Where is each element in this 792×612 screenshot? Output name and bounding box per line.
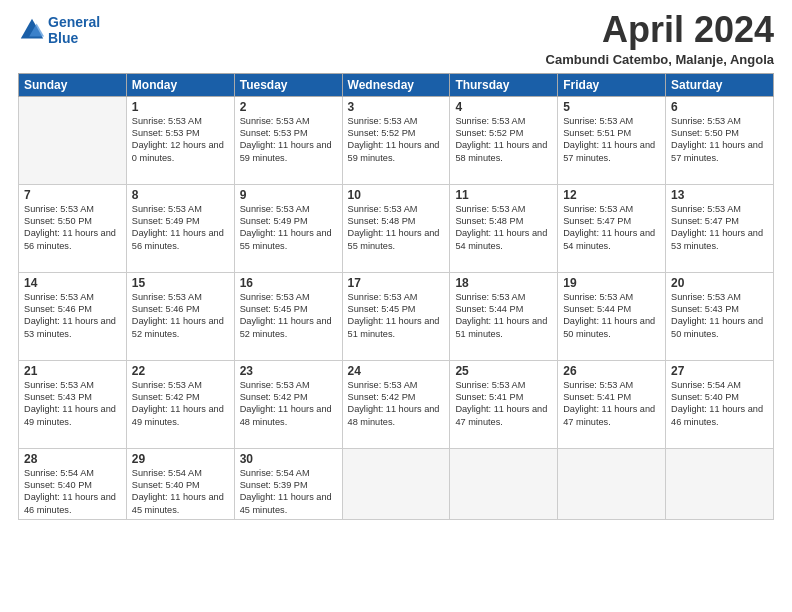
day-number: 24: [348, 364, 445, 378]
day-info: Sunrise: 5:53 AM Sunset: 5:43 PM Dayligh…: [671, 291, 768, 341]
day-info: Sunrise: 5:54 AM Sunset: 5:40 PM Dayligh…: [671, 379, 768, 429]
day-info: Sunrise: 5:53 AM Sunset: 5:52 PM Dayligh…: [455, 115, 552, 165]
day-number: 29: [132, 452, 229, 466]
col-wednesday: Wednesday: [342, 73, 450, 96]
table-row: 3Sunrise: 5:53 AM Sunset: 5:52 PM Daylig…: [342, 96, 450, 184]
col-sunday: Sunday: [19, 73, 127, 96]
day-info: Sunrise: 5:53 AM Sunset: 5:49 PM Dayligh…: [132, 203, 229, 253]
day-info: Sunrise: 5:54 AM Sunset: 5:39 PM Dayligh…: [240, 467, 337, 517]
month-title: April 2024: [546, 10, 774, 50]
day-info: Sunrise: 5:53 AM Sunset: 5:48 PM Dayligh…: [348, 203, 445, 253]
table-row: 8Sunrise: 5:53 AM Sunset: 5:49 PM Daylig…: [126, 184, 234, 272]
col-tuesday: Tuesday: [234, 73, 342, 96]
day-info: Sunrise: 5:53 AM Sunset: 5:41 PM Dayligh…: [563, 379, 660, 429]
day-number: 9: [240, 188, 337, 202]
day-number: 10: [348, 188, 445, 202]
day-info: Sunrise: 5:54 AM Sunset: 5:40 PM Dayligh…: [132, 467, 229, 517]
day-info: Sunrise: 5:53 AM Sunset: 5:42 PM Dayligh…: [132, 379, 229, 429]
table-row: [666, 448, 774, 520]
day-number: 5: [563, 100, 660, 114]
calendar-body: 1Sunrise: 5:53 AM Sunset: 5:53 PM Daylig…: [19, 96, 774, 520]
day-info: Sunrise: 5:54 AM Sunset: 5:40 PM Dayligh…: [24, 467, 121, 517]
table-row: 5Sunrise: 5:53 AM Sunset: 5:51 PM Daylig…: [558, 96, 666, 184]
day-number: 2: [240, 100, 337, 114]
day-number: 21: [24, 364, 121, 378]
logo-icon: [18, 16, 46, 44]
table-row: 7Sunrise: 5:53 AM Sunset: 5:50 PM Daylig…: [19, 184, 127, 272]
title-block: April 2024 Cambundi Catembo, Malanje, An…: [546, 10, 774, 67]
calendar-header: Sunday Monday Tuesday Wednesday Thursday…: [19, 73, 774, 96]
day-number: 4: [455, 100, 552, 114]
day-number: 8: [132, 188, 229, 202]
table-row: [19, 96, 127, 184]
day-info: Sunrise: 5:53 AM Sunset: 5:42 PM Dayligh…: [240, 379, 337, 429]
col-saturday: Saturday: [666, 73, 774, 96]
day-info: Sunrise: 5:53 AM Sunset: 5:51 PM Dayligh…: [563, 115, 660, 165]
logo-text: General Blue: [48, 14, 100, 46]
day-number: 25: [455, 364, 552, 378]
col-thursday: Thursday: [450, 73, 558, 96]
table-row: 23Sunrise: 5:53 AM Sunset: 5:42 PM Dayli…: [234, 360, 342, 448]
table-row: 21Sunrise: 5:53 AM Sunset: 5:43 PM Dayli…: [19, 360, 127, 448]
day-info: Sunrise: 5:53 AM Sunset: 5:43 PM Dayligh…: [24, 379, 121, 429]
table-row: 15Sunrise: 5:53 AM Sunset: 5:46 PM Dayli…: [126, 272, 234, 360]
day-number: 20: [671, 276, 768, 290]
day-info: Sunrise: 5:53 AM Sunset: 5:46 PM Dayligh…: [132, 291, 229, 341]
table-row: [450, 448, 558, 520]
day-number: 16: [240, 276, 337, 290]
day-info: Sunrise: 5:53 AM Sunset: 5:41 PM Dayligh…: [455, 379, 552, 429]
day-number: 23: [240, 364, 337, 378]
table-row: 9Sunrise: 5:53 AM Sunset: 5:49 PM Daylig…: [234, 184, 342, 272]
day-info: Sunrise: 5:53 AM Sunset: 5:44 PM Dayligh…: [563, 291, 660, 341]
table-row: [342, 448, 450, 520]
table-row: 22Sunrise: 5:53 AM Sunset: 5:42 PM Dayli…: [126, 360, 234, 448]
table-row: 13Sunrise: 5:53 AM Sunset: 5:47 PM Dayli…: [666, 184, 774, 272]
day-info: Sunrise: 5:53 AM Sunset: 5:45 PM Dayligh…: [240, 291, 337, 341]
table-row: 11Sunrise: 5:53 AM Sunset: 5:48 PM Dayli…: [450, 184, 558, 272]
day-info: Sunrise: 5:53 AM Sunset: 5:50 PM Dayligh…: [671, 115, 768, 165]
day-info: Sunrise: 5:53 AM Sunset: 5:44 PM Dayligh…: [455, 291, 552, 341]
day-info: Sunrise: 5:53 AM Sunset: 5:53 PM Dayligh…: [240, 115, 337, 165]
table-row: 20Sunrise: 5:53 AM Sunset: 5:43 PM Dayli…: [666, 272, 774, 360]
day-info: Sunrise: 5:53 AM Sunset: 5:47 PM Dayligh…: [563, 203, 660, 253]
table-row: 19Sunrise: 5:53 AM Sunset: 5:44 PM Dayli…: [558, 272, 666, 360]
day-info: Sunrise: 5:53 AM Sunset: 5:49 PM Dayligh…: [240, 203, 337, 253]
table-row: 27Sunrise: 5:54 AM Sunset: 5:40 PM Dayli…: [666, 360, 774, 448]
table-row: 14Sunrise: 5:53 AM Sunset: 5:46 PM Dayli…: [19, 272, 127, 360]
day-number: 17: [348, 276, 445, 290]
table-row: 29Sunrise: 5:54 AM Sunset: 5:40 PM Dayli…: [126, 448, 234, 520]
day-number: 3: [348, 100, 445, 114]
day-number: 1: [132, 100, 229, 114]
table-row: 10Sunrise: 5:53 AM Sunset: 5:48 PM Dayli…: [342, 184, 450, 272]
day-number: 15: [132, 276, 229, 290]
table-row: 28Sunrise: 5:54 AM Sunset: 5:40 PM Dayli…: [19, 448, 127, 520]
table-row: 2Sunrise: 5:53 AM Sunset: 5:53 PM Daylig…: [234, 96, 342, 184]
table-row: 4Sunrise: 5:53 AM Sunset: 5:52 PM Daylig…: [450, 96, 558, 184]
day-number: 14: [24, 276, 121, 290]
day-number: 12: [563, 188, 660, 202]
table-row: 16Sunrise: 5:53 AM Sunset: 5:45 PM Dayli…: [234, 272, 342, 360]
day-number: 18: [455, 276, 552, 290]
table-row: 24Sunrise: 5:53 AM Sunset: 5:42 PM Dayli…: [342, 360, 450, 448]
logo: General Blue: [18, 14, 100, 46]
table-row: 30Sunrise: 5:54 AM Sunset: 5:39 PM Dayli…: [234, 448, 342, 520]
table-row: [558, 448, 666, 520]
table-row: 18Sunrise: 5:53 AM Sunset: 5:44 PM Dayli…: [450, 272, 558, 360]
day-number: 28: [24, 452, 121, 466]
table-row: 6Sunrise: 5:53 AM Sunset: 5:50 PM Daylig…: [666, 96, 774, 184]
calendar-table: Sunday Monday Tuesday Wednesday Thursday…: [18, 73, 774, 521]
col-monday: Monday: [126, 73, 234, 96]
calendar-page: General Blue April 2024 Cambundi Catembo…: [0, 0, 792, 612]
table-row: 1Sunrise: 5:53 AM Sunset: 5:53 PM Daylig…: [126, 96, 234, 184]
header: General Blue April 2024 Cambundi Catembo…: [18, 10, 774, 67]
day-info: Sunrise: 5:53 AM Sunset: 5:42 PM Dayligh…: [348, 379, 445, 429]
table-row: 12Sunrise: 5:53 AM Sunset: 5:47 PM Dayli…: [558, 184, 666, 272]
location-subtitle: Cambundi Catembo, Malanje, Angola: [546, 52, 774, 67]
day-info: Sunrise: 5:53 AM Sunset: 5:50 PM Dayligh…: [24, 203, 121, 253]
day-number: 13: [671, 188, 768, 202]
day-number: 27: [671, 364, 768, 378]
day-number: 6: [671, 100, 768, 114]
day-info: Sunrise: 5:53 AM Sunset: 5:52 PM Dayligh…: [348, 115, 445, 165]
day-info: Sunrise: 5:53 AM Sunset: 5:47 PM Dayligh…: [671, 203, 768, 253]
table-row: 17Sunrise: 5:53 AM Sunset: 5:45 PM Dayli…: [342, 272, 450, 360]
